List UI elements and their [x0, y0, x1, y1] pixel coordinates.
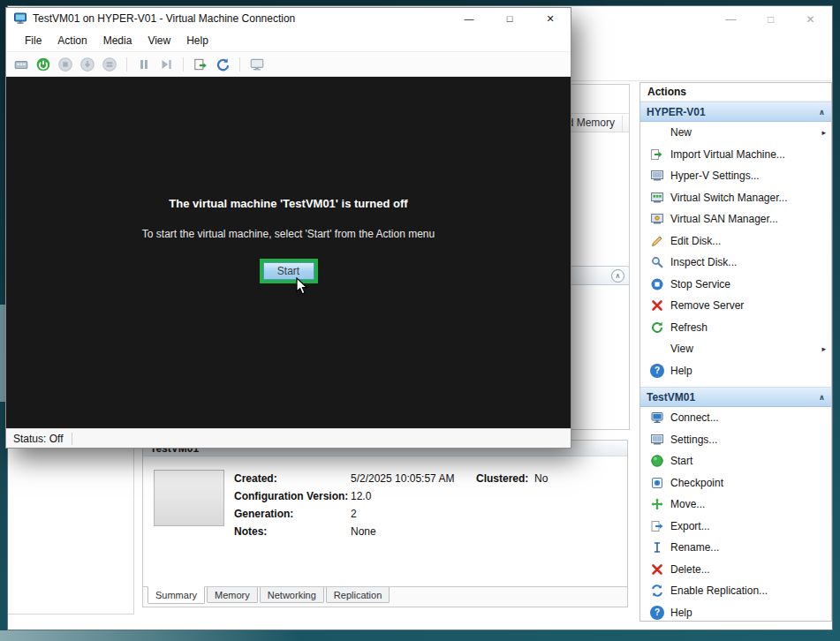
action-start[interactable]: Start [640, 450, 831, 472]
step-icon[interactable] [158, 57, 174, 72]
action-refresh[interactable]: Refresh [640, 317, 831, 339]
action-label: Enable Replication... [670, 584, 768, 597]
action-remove-server[interactable]: Remove Server [640, 295, 831, 317]
detail-label: Notes: [234, 525, 351, 538]
vmconnect-app-icon [13, 11, 27, 26]
menu-view[interactable]: View [140, 29, 178, 51]
action-delete[interactable]: Delete... [640, 559, 831, 581]
action-edit-disk[interactable]: Edit Disk... [640, 230, 831, 253]
action-enable-replication[interactable]: Enable Replication... [640, 580, 831, 602]
section-header-hyperv01[interactable]: HYPER-V01 ∧ [640, 102, 831, 122]
vm-close-button[interactable]: ✕ [530, 8, 571, 29]
vm-details-panel: TestVM01 Created: 5/2/2025 10:05:57 AM C… [142, 440, 628, 607]
vm-statusbar: Status: Off [6, 428, 571, 448]
toolbar-divider [183, 57, 184, 72]
action-label: Edit Disk... [670, 235, 721, 247]
checkpoint-icon [650, 476, 664, 490]
desktop: — □ ✕ d Memory ∧ TestVM01 Created: [0, 0, 840, 641]
export-icon [650, 519, 664, 533]
tab-replication[interactable]: Replication [326, 587, 390, 603]
checkpoint-toolbar-icon[interactable] [193, 57, 208, 72]
action-label: Hyper-V Settings... [670, 170, 760, 182]
vm-window-titlebar[interactable]: TestVM01 on HYPER-V01 - Virtual Machine … [6, 8, 571, 29]
move-arrows-icon [650, 497, 664, 511]
action-label: Rename... [670, 541, 719, 554]
action-checkpoint[interactable]: Checkpoint [640, 472, 831, 494]
action-export[interactable]: Export... [640, 516, 831, 538]
start-button-highlight: Start [260, 259, 318, 283]
action-help-server[interactable]: ? Help [640, 360, 831, 382]
detail-value: 12.0 [351, 490, 371, 502]
shut-down-icon[interactable] [79, 57, 95, 72]
action-move[interactable]: Move... [640, 494, 831, 516]
action-virtual-san-manager[interactable]: Virtual SAN Manager... [640, 208, 831, 230]
manager-maximize-button[interactable]: □ [751, 8, 791, 31]
vm-thumbnail[interactable] [154, 470, 224, 526]
tab-memory[interactable]: Memory [207, 587, 258, 603]
menu-file[interactable]: File [17, 29, 49, 51]
action-label: Help [670, 365, 692, 377]
action-view[interactable]: View ▸ [640, 338, 831, 360]
action-label: Inspect Disk... [670, 256, 737, 268]
detail-label: Created: [234, 472, 351, 485]
red-x-icon [650, 562, 664, 577]
red-x-icon [650, 298, 664, 313]
action-virtual-switch-manager[interactable]: Virtual Switch Manager... [640, 187, 831, 209]
turn-off-icon[interactable] [57, 57, 73, 72]
section-header-label: HYPER-V01 [647, 106, 706, 118]
action-label: New [670, 126, 692, 139]
collapse-checkpoints-button[interactable]: ∧ [611, 269, 624, 283]
section-header-testvm01[interactable]: TestVM01 ∧ [640, 387, 831, 407]
action-new[interactable]: New ▸ [640, 122, 831, 144]
power-on-icon[interactable] [35, 57, 51, 72]
detail-row-generation: Generation: 2 [234, 508, 357, 520]
revert-icon[interactable] [215, 57, 231, 72]
action-rename[interactable]: Rename... [640, 537, 831, 559]
vm-maximize-button[interactable]: □ [489, 8, 530, 29]
action-label: Start [670, 455, 692, 467]
tab-networking[interactable]: Networking [260, 587, 324, 603]
pause-icon[interactable] [136, 57, 152, 72]
connect-monitor-icon [650, 411, 664, 425]
action-label: Export... [670, 520, 710, 532]
action-label: Checkpoint [670, 477, 723, 489]
manager-close-button[interactable]: ✕ [791, 8, 830, 31]
action-label: Virtual SAN Manager... [670, 213, 778, 225]
vm-window-controls: — □ ✕ [449, 8, 571, 29]
settings-board-icon [650, 169, 664, 183]
detail-label: Generation: [234, 508, 351, 520]
vm-toolbar [6, 51, 571, 77]
vm-status-text: Status: Off [13, 433, 63, 445]
action-label: Remove Server [670, 299, 744, 312]
vm-menubar: File Action Media View Help [6, 29, 571, 51]
action-hyperv-settings[interactable]: Hyper-V Settings... [640, 165, 831, 187]
save-state-icon[interactable] [102, 57, 117, 72]
edit-pencil-icon [650, 234, 664, 248]
action-inspect-disk[interactable]: Inspect Disk... [640, 252, 831, 274]
refresh-icon [650, 320, 664, 335]
action-settings[interactable]: Settings... [640, 429, 831, 451]
action-label: Virtual Switch Manager... [670, 192, 788, 204]
menu-action[interactable]: Action [49, 29, 95, 51]
action-stop-service[interactable]: Stop Service [640, 274, 831, 296]
submenu-arrow-icon: ▸ [821, 344, 826, 353]
ctrl-alt-del-icon[interactable] [13, 57, 29, 72]
help-icon: ? [650, 364, 664, 378]
action-import-virtual-machine[interactable]: Import Virtual Machine... [640, 144, 831, 166]
action-help-vm[interactable]: ? Help [640, 602, 831, 622]
magnifier-icon [650, 255, 664, 269]
vm-minimize-button[interactable]: — [449, 8, 489, 29]
menu-media[interactable]: Media [95, 29, 140, 51]
menu-help[interactable]: Help [178, 29, 216, 51]
manager-minimize-button[interactable]: — [711, 8, 751, 31]
tab-summary[interactable]: Summary [148, 586, 205, 604]
column-header-label: d Memory [568, 117, 615, 129]
action-label: Refresh [670, 321, 708, 334]
action-connect[interactable]: Connect... [640, 407, 831, 429]
details-tab-strip: Summary Memory Networking Replication [143, 586, 627, 607]
action-label: Help [670, 607, 692, 619]
vm-connection-window: TestVM01 on HYPER-V01 - Virtual Machine … [5, 7, 571, 449]
enhanced-session-icon[interactable] [249, 57, 265, 72]
column-divider [622, 116, 623, 132]
detail-value: 5/2/2025 10:05:57 AM [351, 472, 454, 485]
